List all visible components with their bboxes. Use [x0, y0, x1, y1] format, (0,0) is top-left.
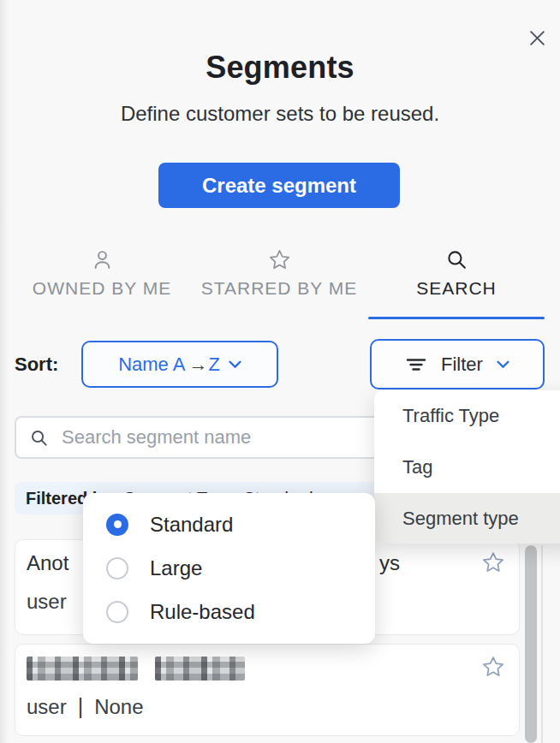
chevron-down-icon [497, 360, 509, 369]
filter-lines-icon [405, 355, 427, 374]
radio-selected-icon [106, 514, 128, 536]
segment-card[interactable]: user | None [15, 644, 520, 736]
segment-subtitle: user [27, 590, 67, 614]
scrollbar-track-edge [541, 545, 543, 743]
radio-option-large[interactable]: Large [83, 546, 375, 590]
star-toggle-button[interactable] [481, 654, 507, 680]
search-icon [445, 248, 468, 271]
tab-label: OWNED BY ME [33, 278, 171, 299]
scrollbar-thumb[interactable] [525, 545, 537, 743]
segment-title-fragment: ys [379, 551, 400, 575]
sort-value-end: Z [208, 354, 219, 376]
tab-starred-by-me[interactable]: STARRED BY ME [198, 248, 360, 299]
radio-option-label: Rule-based [150, 600, 255, 624]
segment-type-popup: Standard Large Rule-based [83, 493, 375, 644]
sort-dropdown[interactable]: Name A → Z [81, 341, 278, 388]
page-title: Segments [0, 50, 560, 86]
close-icon [528, 29, 546, 47]
chevron-down-icon [229, 360, 241, 369]
menu-item-segment-type[interactable]: Segment type [374, 493, 560, 544]
segments-modal: Segments Define customer sets to be reus… [0, 0, 560, 743]
toolbar: Sort: Name A → Z Filter [0, 339, 560, 389]
filter-label: Filter [441, 354, 483, 376]
segment-subtitle: user | None [27, 694, 144, 719]
create-segment-button[interactable]: Create segment [158, 163, 400, 208]
radio-option-rule-based[interactable]: Rule-based [83, 590, 375, 633]
tab-label: SEARCH [416, 278, 497, 299]
filter-dropdown[interactable]: Filter [370, 339, 545, 389]
menu-item-traffic-type[interactable]: Traffic Type [374, 390, 560, 442]
menu-item-tag[interactable]: Tag [374, 442, 560, 493]
page-subtitle: Define customer sets to be reused. [0, 102, 560, 126]
segment-title-fragment: Anot [27, 551, 69, 575]
segment-subtitle-value: None [94, 695, 143, 719]
search-icon [29, 428, 49, 448]
person-icon [91, 248, 114, 271]
star-icon [268, 248, 291, 271]
star-toggle-button[interactable] [481, 550, 507, 575]
redacted-segment-title [155, 657, 245, 681]
segment-subtitle-type: user [27, 695, 67, 719]
sort-value: Name A [118, 354, 185, 376]
tab-owned-by-me[interactable]: OWNED BY ME [21, 248, 183, 299]
tab-search[interactable]: SEARCH [375, 248, 538, 299]
radio-unselected-icon [106, 557, 128, 580]
tab-label: STARRED BY ME [201, 278, 358, 299]
sort-label: Sort: [15, 339, 58, 389]
radio-option-standard[interactable]: Standard [83, 502, 375, 546]
active-tab-underline [368, 317, 545, 319]
radio-option-label: Standard [150, 513, 233, 537]
close-button[interactable] [525, 26, 549, 50]
segment-subtitle-separator: | [78, 694, 84, 719]
sort-direction-arrow: → [188, 354, 207, 376]
radio-unselected-icon [106, 601, 128, 623]
radio-option-label: Large [150, 556, 202, 580]
tab-bar: OWNED BY ME STARRED BY ME SEARCH [0, 248, 560, 318]
redacted-segment-title [27, 657, 138, 681]
filter-menu: Traffic Type Tag Segment type [374, 390, 560, 544]
